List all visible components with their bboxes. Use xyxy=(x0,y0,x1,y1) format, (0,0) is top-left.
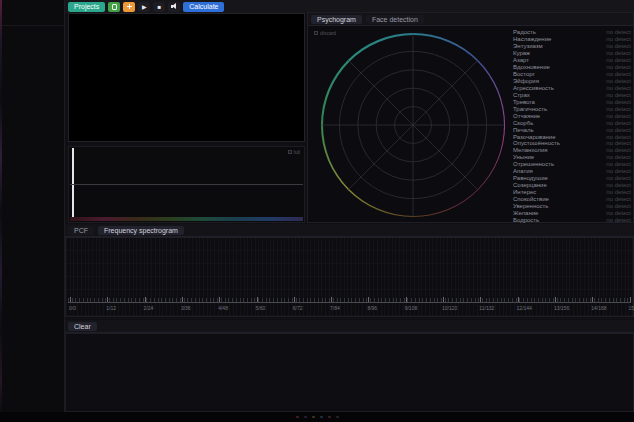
emotion-value: no detect xyxy=(606,127,631,133)
axis-tick xyxy=(70,297,71,302)
emotion-value: no detect xyxy=(606,134,631,140)
waveform-midline xyxy=(70,184,303,185)
emotion-value: no detect xyxy=(606,217,631,223)
emotion-label: Скорбь xyxy=(513,120,533,126)
emotion-value: no detect xyxy=(606,106,631,112)
emotion-row: Уныниеno detect xyxy=(513,154,631,161)
speaker-icon xyxy=(171,3,178,10)
emotion-row: Отрешенностьno detect xyxy=(513,161,631,168)
spectrogram-plot: 0/01/122/243/364/485/606/727/848/969/108… xyxy=(65,237,634,317)
axis-tick xyxy=(518,297,519,302)
axis-tick-label: 2/24 xyxy=(144,305,154,311)
axis-tick xyxy=(107,297,108,302)
clear-button[interactable]: Clear xyxy=(68,322,97,331)
axis-tick xyxy=(630,297,631,302)
emotion-label: Интерес xyxy=(513,189,536,195)
emotion-row: Эйфорияno detect xyxy=(513,78,631,85)
audio-button[interactable] xyxy=(168,2,180,12)
full-checkbox[interactable]: full xyxy=(288,149,300,155)
emotion-label: Опустошённость xyxy=(513,140,560,146)
taskbar-sliver xyxy=(0,412,634,422)
axis-tick-label: 10/120 xyxy=(442,305,457,311)
emotion-row: Азартno detect xyxy=(513,57,631,64)
taskbar-dot xyxy=(328,416,331,418)
emotion-value: no detect xyxy=(606,147,631,153)
emotion-label: Наслаждение xyxy=(513,36,551,42)
emotion-label: Отрешенность xyxy=(513,161,554,167)
stop-button[interactable]: ■ xyxy=(153,2,165,12)
taskbar-dot xyxy=(312,416,315,418)
emotion-value: no detect xyxy=(606,196,631,202)
emotion-value: no detect xyxy=(606,71,631,77)
emotion-value: no detect xyxy=(606,203,631,209)
taskbar-dot xyxy=(296,416,299,418)
emotion-value: no detect xyxy=(606,99,631,105)
emotion-label: Разочарование xyxy=(513,134,556,140)
clear-tab-row: Clear xyxy=(65,320,634,333)
play-button[interactable]: ▶ xyxy=(138,2,150,12)
emotion-label: Созерцание xyxy=(513,182,547,188)
results-panel xyxy=(65,333,634,412)
emotion-value: no detect xyxy=(606,43,631,49)
tab-face-detection[interactable]: Face detection xyxy=(366,15,424,24)
taskbar-dot xyxy=(320,416,323,418)
axis-tick-label: 11/132 xyxy=(479,305,494,311)
emotion-row: Отчаяниеno detect xyxy=(513,112,631,119)
waveform-spectrum-strip xyxy=(70,217,303,221)
calculate-button[interactable]: Calculate xyxy=(183,2,224,12)
emotion-row: Равнодушиеno detect xyxy=(513,175,631,182)
emotion-label: Уныние xyxy=(513,154,534,160)
emotion-value: no detect xyxy=(606,64,631,70)
axis-tick-label: 1/12 xyxy=(106,305,116,311)
axis-tick-label: 6/72 xyxy=(293,305,303,311)
emotion-value: no detect xyxy=(606,120,631,126)
emotion-value: no detect xyxy=(606,168,631,174)
psychogram-tab-row: Psychogram Face detection xyxy=(308,13,633,26)
tab-pcf[interactable]: PCF xyxy=(68,226,94,235)
emotion-row: Радостьno detect xyxy=(513,29,631,36)
axis-tick xyxy=(331,297,332,302)
emotion-value: no detect xyxy=(606,50,631,56)
psychogram-chart: discard xyxy=(308,26,508,224)
projects-button[interactable]: Projects xyxy=(68,2,105,12)
tab-psychogram[interactable]: Psychogram xyxy=(311,15,362,24)
emotion-row: Агрессивностьno detect xyxy=(513,85,631,92)
emotion-row: Спокойствиеno detect xyxy=(513,196,631,203)
emotion-label: Агрессивность xyxy=(513,85,554,91)
tab-frequency-spectrogram[interactable]: Frequency spectrogram xyxy=(98,226,184,235)
emotion-label: Бодрость xyxy=(513,217,539,223)
polar-grid xyxy=(308,26,508,224)
taskbar-dot xyxy=(304,416,307,418)
full-checkbox-label: full xyxy=(294,149,300,155)
emotion-row: Желаниеno detect xyxy=(513,209,631,216)
playhead-cursor[interactable] xyxy=(72,148,74,218)
emotion-value: no detect xyxy=(606,189,631,195)
emotion-label: Печаль xyxy=(513,127,534,133)
axis-tick-label: 3/36 xyxy=(181,305,191,311)
emotion-row: Трагичностьno detect xyxy=(513,105,631,112)
axis-tick xyxy=(555,297,556,302)
waveform-panel[interactable]: full xyxy=(68,146,305,223)
open-file-button[interactable] xyxy=(108,2,120,12)
emotion-row: Наслаждениеno detect xyxy=(513,36,631,43)
axis-tick xyxy=(294,297,295,302)
axis-tick-label: 13/156 xyxy=(554,305,569,311)
axis-tick-label: 8/96 xyxy=(367,305,377,311)
file-icon xyxy=(112,4,117,10)
emotion-value: no detect xyxy=(606,210,631,216)
emotion-row: Тревогаno detect xyxy=(513,98,631,105)
checkbox-icon[interactable] xyxy=(288,150,292,154)
axis-tick-label: 9/108 xyxy=(405,305,418,311)
axis-tick-label: 12/144 xyxy=(517,305,532,311)
emotion-label: Энтузиазм xyxy=(513,43,543,49)
emotion-value: no detect xyxy=(606,154,631,160)
emotion-list: Радостьno detectНаслаждениеno detectЭнту… xyxy=(513,29,631,224)
emotion-row: Печальno detect xyxy=(513,126,631,133)
add-button[interactable] xyxy=(123,2,135,12)
axis-tick xyxy=(145,297,146,302)
left-sidebar xyxy=(2,0,65,412)
axis-tick-label: 0/0 xyxy=(69,305,76,311)
emotion-row: Бодростьno detect xyxy=(513,216,631,223)
axis-tick-label: 15/180 xyxy=(629,305,634,311)
emotion-row: Созерцаниеno detect xyxy=(513,182,631,189)
